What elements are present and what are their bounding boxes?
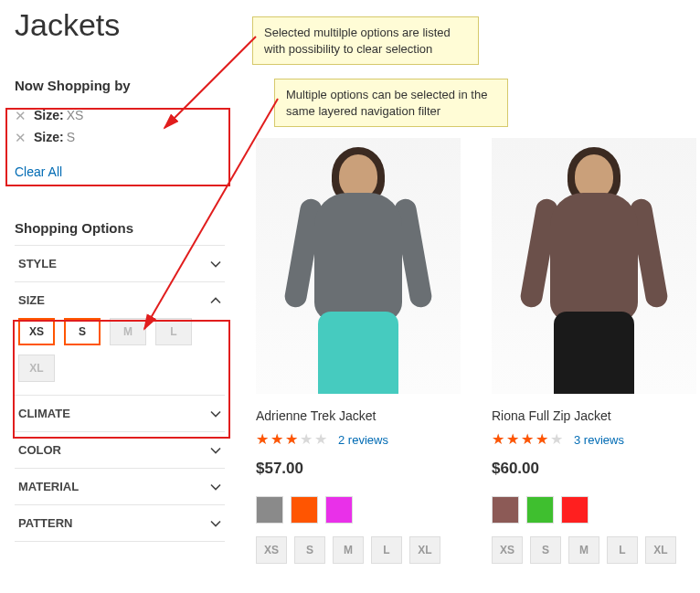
size-swatch[interactable]: M: [568, 536, 599, 564]
product-image[interactable]: [256, 138, 461, 394]
color-swatch[interactable]: [291, 496, 318, 524]
chevron-down-icon: [210, 518, 221, 529]
filter-color: COLOR: [15, 431, 225, 468]
product-grid: Adrienne Trek Jacket ★★★★★★★★★★ 2 review…: [256, 78, 696, 564]
filter-name: STYLE: [18, 257, 57, 270]
color-swatches: [256, 496, 461, 524]
chevron-down-icon: [210, 259, 221, 270]
product-card[interactable]: Adrienne Trek Jacket ★★★★★★★★★★ 2 review…: [256, 138, 461, 564]
chevron-down-icon: [210, 482, 221, 492]
size-swatches: XS S M L XL: [256, 536, 461, 564]
now-shopping-by-block: Now Shopping by ✕ Size:XS ✕ Size:S Clear…: [15, 78, 225, 185]
size-option-m[interactable]: M: [110, 318, 146, 345]
reviews-link[interactable]: 2 reviews: [338, 433, 388, 447]
filter-climate: CLIMATE: [15, 395, 225, 431]
size-swatch[interactable]: M: [333, 536, 364, 564]
filter-head-color[interactable]: COLOR: [15, 432, 225, 468]
close-icon[interactable]: ✕: [15, 109, 27, 122]
filter-name: MATERIAL: [18, 480, 79, 493]
clear-all-link[interactable]: Clear All: [15, 164, 62, 179]
filter-label: Size:: [34, 130, 64, 144]
color-swatches: [492, 496, 696, 524]
size-swatch[interactable]: L: [371, 536, 402, 564]
product-price: $60.00: [492, 460, 696, 478]
filter-head-pattern[interactable]: PATTERN: [15, 505, 225, 541]
now-shopping-by-title: Now Shopping by: [15, 78, 225, 93]
size-swatches: XS S M L XL: [18, 318, 221, 382]
size-option-xs[interactable]: XS: [18, 318, 55, 345]
color-swatch[interactable]: [325, 496, 353, 524]
size-swatch[interactable]: XL: [409, 536, 440, 564]
product-price: $57.00: [256, 460, 461, 478]
filter-label: Size:: [34, 108, 64, 122]
filter-head-climate[interactable]: CLIMATE: [15, 396, 225, 431]
filter-head-material[interactable]: MATERIAL: [15, 469, 225, 504]
filter-style: STYLE: [15, 245, 225, 281]
size-swatch[interactable]: L: [607, 536, 638, 564]
sidebar: Now Shopping by ✕ Size:XS ✕ Size:S Clear…: [15, 78, 225, 564]
annotation-callout: Selected multilple options are listed wi…: [252, 16, 479, 65]
active-filter: ✕ Size:S: [15, 130, 225, 144]
size-option-s[interactable]: S: [64, 318, 101, 345]
size-swatch[interactable]: XS: [492, 536, 523, 564]
color-swatch[interactable]: [561, 496, 589, 524]
filter-name: SIZE: [18, 293, 45, 307]
product-name[interactable]: Riona Full Zip Jacket: [492, 408, 696, 423]
chevron-down-icon: [210, 408, 221, 419]
reviews-link[interactable]: 3 reviews: [574, 433, 624, 447]
size-swatch[interactable]: S: [294, 536, 325, 564]
rating-stars: ★★★★★★★★★★: [492, 432, 565, 447]
product-card[interactable]: Riona Full Zip Jacket ★★★★★★★★★★ 3 revie…: [492, 138, 696, 564]
chevron-up-icon: [210, 295, 221, 306]
annotation-callout: Multiple options can be selected in the …: [274, 79, 508, 127]
filter-head-style[interactable]: STYLE: [15, 246, 225, 281]
size-option-l[interactable]: L: [155, 318, 192, 345]
shopping-options-title: Shopping Options: [15, 220, 225, 236]
rating-stars: ★★★★★★★★★★: [256, 432, 329, 447]
size-swatches: XS S M L XL: [492, 536, 696, 564]
size-swatch[interactable]: XL: [645, 536, 676, 564]
filter-size: SIZE XS S M L XL: [15, 281, 225, 395]
product-name[interactable]: Adrienne Trek Jacket: [256, 408, 461, 423]
filter-value: XS: [67, 108, 84, 122]
color-swatch[interactable]: [256, 496, 283, 524]
filter-name: COLOR: [18, 443, 61, 457]
chevron-down-icon: [210, 445, 221, 456]
filter-name: CLIMATE: [18, 407, 70, 420]
filter-head-size[interactable]: SIZE: [15, 282, 225, 318]
color-swatch[interactable]: [492, 496, 519, 524]
product-image[interactable]: [492, 138, 696, 394]
size-option-xl[interactable]: XL: [18, 355, 55, 382]
filter-name: PATTERN: [18, 516, 72, 530]
active-filter: ✕ Size:XS: [15, 108, 225, 122]
filter-material: MATERIAL: [15, 468, 225, 504]
filter-value: S: [67, 130, 75, 144]
size-swatch[interactable]: S: [530, 536, 561, 564]
size-swatch[interactable]: XS: [256, 536, 287, 564]
close-icon[interactable]: ✕: [15, 131, 27, 144]
color-swatch[interactable]: [526, 496, 554, 524]
filter-pattern: PATTERN: [15, 504, 225, 542]
